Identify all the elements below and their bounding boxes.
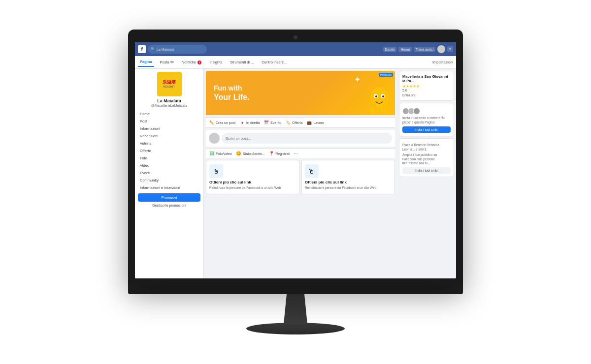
boost-card-1[interactable]: 🖱 Ottieni più clic sul link Reindirizza …: [206, 160, 299, 194]
monitor-bezel: f 🔍 La Maialata Danilo Home Trova amici …: [128, 30, 463, 285]
action-offer[interactable]: 🏷️ Offerta: [285, 120, 302, 125]
facebook-main: 乐滋塔 RESORT La Maialata @MacelleriaLaMaia…: [135, 69, 456, 278]
sidebar-item-community[interactable]: Community: [138, 177, 200, 184]
boost-card-1-title: Ottieni più clic sul link: [209, 180, 296, 184]
svg-text:🖱: 🖱: [308, 168, 315, 175]
svg-point-0: [370, 87, 388, 109]
svg-text:🖱: 🖱: [213, 168, 219, 175]
monitor-neck: [281, 294, 310, 324]
photo-icon: 🖼: [209, 151, 215, 156]
facebook-sidebar: 乐滋塔 RESORT La Maialata @MacelleriaLaMaia…: [135, 69, 204, 278]
expand-desc: Amplia il tuo pubblico su Facebook alle …: [402, 153, 451, 165]
offer-label: Offerta: [292, 121, 302, 124]
action-create-post[interactable]: ✏️ Crea un post: [209, 120, 235, 125]
right-panel: Macelleria a San Giovanni la Pu... ★★★★★…: [397, 69, 456, 278]
right-page-title: Macelleria a San Giovanni la Pu...: [402, 74, 451, 83]
action-event[interactable]: 📅 Evento: [263, 120, 281, 125]
live-label: In diretta: [246, 121, 260, 124]
topbar-friends-btn[interactable]: Trova amici: [414, 47, 435, 52]
monitor-camera: [294, 35, 297, 39]
event-label: Evento: [270, 121, 281, 124]
job-label: Lavoro: [313, 121, 324, 124]
monitor-base: [246, 323, 345, 334]
right-card-invite: Invita i tuoi amici a mettere 'Mi piace'…: [399, 103, 454, 136]
media-mood[interactable]: 😊 Stato d'anim...: [236, 151, 265, 156]
cover-mascot: [366, 83, 393, 115]
search-icon: 🔍: [151, 47, 155, 51]
svg-point-3: [375, 95, 377, 97]
sidebar-item-informazioni[interactable]: Informazioni: [138, 125, 200, 132]
tab-insights[interactable]: Insights: [207, 58, 224, 66]
facebook-topbar: f 🔍 La Maialata Danilo Home Trova amici …: [135, 42, 456, 56]
job-icon: 💼: [306, 120, 312, 125]
right-card-expand: Piace a Beatrice Rebecca Leonar... e alt…: [399, 138, 454, 177]
media-more-button[interactable]: ···: [294, 151, 298, 156]
tab-pagina[interactable]: Pagina: [138, 58, 154, 67]
cover-your-life-text: Your Life.: [214, 92, 250, 102]
facebook-logo-icon: f: [138, 45, 146, 53]
sidebar-item-foto[interactable]: Foto: [138, 154, 200, 162]
boost-card-2[interactable]: 🖱 Ottieni più clic sul link Reindirizza …: [301, 160, 395, 194]
tab-posta[interactable]: Posta ✉: [158, 58, 176, 66]
monitor-screen: f 🔍 La Maialata Danilo Home Trova amici …: [135, 42, 456, 278]
media-bar: 🖼 Foto/video 😊 Stato d'anim... 📍 Registr…: [206, 149, 395, 158]
checkin-label: Registrati: [275, 152, 290, 155]
sidebar-item-home[interactable]: Home: [138, 110, 200, 118]
mascot-svg: [366, 83, 393, 115]
page-handle: @MacelleriaLaMaialata: [135, 104, 203, 107]
mini-avatar-3: [413, 108, 420, 115]
logo-subtitle-text: RESORT: [164, 85, 175, 88]
boost-card-1-desc: Reindirizza le persone da Facebook a un …: [209, 186, 296, 190]
boost-card-2-title: Ottieni più clic sul link: [305, 180, 392, 184]
checkin-icon: 📍: [268, 151, 274, 156]
sidebar-nav: Home Post Informazioni Recensioni Vetrin…: [135, 110, 203, 191]
create-post-icon: ✏️: [209, 120, 215, 125]
rating-stars: ★★★★★: [402, 84, 451, 89]
monitor-chin: [128, 285, 463, 294]
tab-notifiche[interactable]: Notifiche 8: [180, 58, 203, 66]
boost-card-2-icon: 🖱: [305, 164, 319, 178]
topbar-danilo-btn[interactable]: Danilo: [383, 47, 397, 52]
page-logo: 乐滋塔 RESORT: [157, 72, 182, 96]
facebook-feed: Fun with Your Life. ✦: [204, 69, 397, 278]
mood-label: Stato d'anim...: [243, 152, 265, 155]
sidebar-item-recensioni[interactable]: Recensioni: [138, 132, 200, 140]
topbar-home-btn[interactable]: Home: [398, 47, 412, 52]
sidebar-item-post[interactable]: Post: [138, 118, 200, 125]
manage-promotions-link[interactable]: Gestisci le promozioni: [135, 204, 203, 207]
logo-chinese-text: 乐滋塔: [163, 80, 176, 85]
action-job[interactable]: 💼 Lavoro: [306, 120, 324, 125]
post-avatar: [209, 133, 220, 144]
promote-button[interactable]: Promuovi: [138, 193, 200, 202]
svg-point-4: [382, 95, 384, 97]
expand-audience-button[interactable]: Invita i tuoi amici: [402, 167, 451, 174]
sidebar-item-offerte[interactable]: Offerte: [138, 147, 200, 154]
sidebar-item-vetrina[interactable]: Vetrina: [138, 140, 200, 147]
facebook-search-bar[interactable]: 🔍 La Maialata: [148, 45, 207, 54]
tab-impostazioni[interactable]: Impostazioni: [432, 60, 453, 64]
action-bar: ✏️ Crea un post ● In diretta 📅 Evento: [206, 117, 395, 128]
invite-text: Invita i tuoi amici a mettere 'Mi piace'…: [402, 116, 451, 124]
cover-promote-badge[interactable]: Promuovi: [379, 73, 393, 77]
topbar-right: Danilo Home Trova amici ▾: [383, 45, 453, 53]
post-input[interactable]: Scrivi un post...: [222, 133, 392, 144]
page-cta[interactable]: Entra ora: [402, 93, 451, 97]
boost-cards: 🖱 Ottieni più clic sul link Reindirizza …: [206, 160, 395, 194]
tab-strumenti[interactable]: Strumenti di ...: [228, 58, 256, 66]
sidebar-item-eventi[interactable]: Eventi: [138, 169, 200, 177]
facebook-tabbar: Pagina Posta ✉ Notifiche 8 Insights Stru…: [135, 56, 456, 69]
sidebar-item-video[interactable]: Video: [138, 162, 200, 169]
media-checkin[interactable]: 📍 Registrati: [268, 151, 290, 156]
invite-friends-button[interactable]: Invita i tuoi amici: [402, 126, 451, 133]
sidebar-item-info-inserzioni[interactable]: Informazioni e inserzioni: [138, 184, 200, 191]
piace-text: Piace a Beatrice Rebecca Leonar... e alt…: [402, 143, 451, 152]
topbar-avatar[interactable]: [437, 45, 445, 53]
action-live[interactable]: ● In diretta: [239, 120, 260, 125]
cover-text-block: Fun with Your Life.: [214, 84, 250, 102]
media-photo-video[interactable]: 🖼 Foto/video: [209, 151, 232, 156]
photo-label: Foto/video: [216, 152, 232, 155]
event-icon: 📅: [263, 120, 269, 125]
tab-centro[interactable]: Centro inserz...: [260, 58, 289, 66]
topbar-more-btn[interactable]: ▾: [447, 46, 453, 52]
boost-card-2-desc: Reindirizza le persone da Facebook a un …: [305, 186, 392, 190]
